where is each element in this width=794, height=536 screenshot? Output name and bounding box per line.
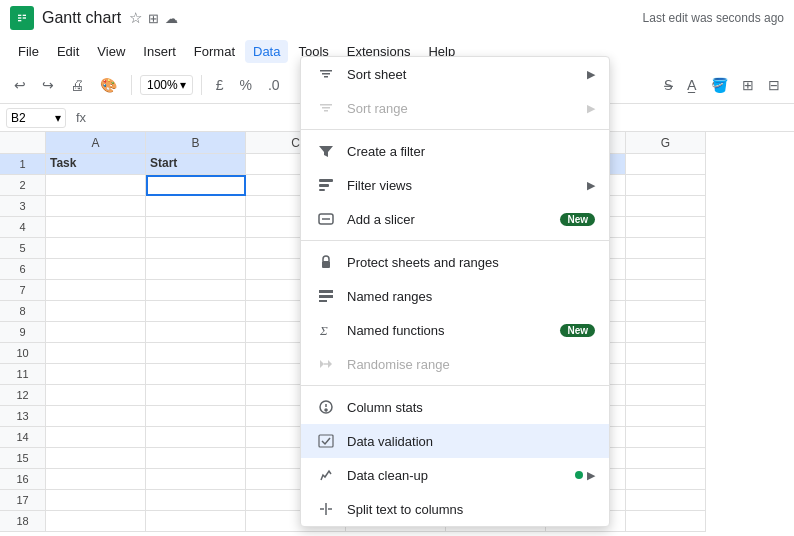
borders-button[interactable]: ⊞ (736, 73, 760, 97)
toolbar-right: S̶ A̲ 🪣 ⊞ ⊟ (658, 73, 786, 97)
data-cleanup-icon (315, 467, 337, 483)
named-ranges-label: Named ranges (347, 289, 595, 304)
cell-reference-box[interactable]: B2 ▾ (6, 108, 66, 128)
menu-view[interactable]: View (89, 40, 133, 63)
randomise-label: Randomise range (347, 357, 595, 372)
decimal-button[interactable]: .0 (262, 73, 286, 97)
merge-button[interactable]: ⊟ (762, 73, 786, 97)
svg-rect-7 (319, 184, 329, 187)
dropdown-sep-1 (301, 129, 609, 130)
cell-a1[interactable]: Task (46, 154, 146, 175)
svg-rect-1 (18, 15, 21, 16)
menu-split-text[interactable]: Split text to columns (301, 492, 609, 526)
data-validation-label: Data validation (347, 434, 595, 449)
cell-g1[interactable] (626, 154, 706, 175)
named-functions-icon: Σ (315, 322, 337, 338)
create-filter-label: Create a filter (347, 144, 595, 159)
column-stats-icon (315, 399, 337, 415)
randomise-icon (315, 356, 337, 372)
app-icon (10, 6, 34, 30)
menu-data-cleanup[interactable]: Data clean-up ▶ (301, 458, 609, 492)
corner-cell (0, 132, 46, 154)
menu-named-ranges[interactable]: Named ranges (301, 279, 609, 313)
menu-protect-sheets[interactable]: Protect sheets and ranges (301, 245, 609, 279)
cell-ref-chevron: ▾ (55, 111, 61, 125)
row-num-1: 1 (0, 154, 46, 175)
cell-g2[interactable] (626, 175, 706, 196)
data-menu-dropdown: Sort sheet ▶ Sort range ▶ Create a filte… (300, 56, 610, 527)
grid-icon[interactable]: ⊞ (148, 11, 159, 26)
menu-randomise: Randomise range (301, 347, 609, 381)
menu-add-slicer[interactable]: Add a slicer New (301, 202, 609, 236)
svg-rect-4 (23, 15, 26, 16)
doc-title: Gantt chart (42, 9, 121, 27)
named-ranges-icon (315, 288, 337, 304)
toolbar-sep-1 (131, 75, 132, 95)
sort-range-icon (315, 100, 337, 116)
currency-button[interactable]: £ (210, 73, 230, 97)
add-slicer-badge: New (560, 213, 595, 226)
zoom-selector[interactable]: 100% ▾ (140, 75, 193, 95)
cloud-icon[interactable]: ☁ (165, 11, 178, 26)
protect-sheets-label: Protect sheets and ranges (347, 255, 595, 270)
svg-rect-0 (16, 12, 28, 24)
last-edit-text: Last edit was seconds ago (643, 11, 784, 25)
svg-point-19 (325, 409, 327, 411)
svg-rect-2 (18, 17, 21, 18)
star-icon[interactable]: ☆ (129, 9, 142, 27)
menu-edit[interactable]: Edit (49, 40, 87, 63)
create-filter-icon (315, 143, 337, 159)
col-header-B[interactable]: B (146, 132, 246, 154)
sort-range-arrow: ▶ (587, 102, 595, 115)
svg-rect-14 (319, 300, 327, 302)
filter-views-label: Filter views (347, 178, 587, 193)
row-num-2: 2 (0, 175, 46, 196)
menu-data-validation[interactable]: Data validation (301, 424, 609, 458)
add-slicer-icon (315, 211, 337, 227)
print-button[interactable]: 🖨 (64, 73, 90, 97)
sort-range-label: Sort range (347, 101, 587, 116)
svg-rect-11 (322, 261, 330, 268)
sort-sheet-icon (315, 66, 337, 82)
col-header-A[interactable]: A (46, 132, 146, 154)
strikethrough-button[interactable]: S̶ (658, 73, 679, 97)
paint-format-button[interactable]: 🎨 (94, 73, 123, 97)
svg-rect-8 (319, 189, 325, 191)
col-header-G[interactable]: G (626, 132, 706, 154)
cell-b1[interactable]: Start (146, 154, 246, 175)
undo-button[interactable]: ↩ (8, 73, 32, 97)
zoom-value: 100% (147, 78, 178, 92)
zoom-chevron: ▾ (180, 78, 186, 92)
menu-file[interactable]: File (10, 40, 47, 63)
text-color-button[interactable]: A̲ (681, 73, 703, 97)
split-text-label: Split text to columns (347, 502, 595, 517)
menu-filter-views[interactable]: Filter views ▶ (301, 168, 609, 202)
data-cleanup-dot (575, 471, 583, 479)
svg-rect-3 (18, 20, 21, 21)
dropdown-sep-2 (301, 240, 609, 241)
svg-text:Σ: Σ (319, 323, 328, 338)
filter-views-icon (315, 177, 337, 193)
svg-rect-5 (23, 17, 26, 18)
menu-data[interactable]: Data (245, 40, 288, 63)
split-text-icon (315, 501, 337, 517)
named-functions-label: Named functions (347, 323, 554, 338)
menu-format[interactable]: Format (186, 40, 243, 63)
fill-color-button[interactable]: 🪣 (705, 73, 734, 97)
data-cleanup-arrow: ▶ (587, 469, 595, 482)
data-validation-icon (315, 433, 337, 449)
fx-label: fx (72, 110, 90, 125)
menu-create-filter[interactable]: Create a filter (301, 134, 609, 168)
menu-insert[interactable]: Insert (135, 40, 184, 63)
add-slicer-label: Add a slicer (347, 212, 554, 227)
menu-column-stats[interactable]: Column stats (301, 390, 609, 424)
menu-named-functions[interactable]: Σ Named functions New (301, 313, 609, 347)
sort-sheet-label: Sort sheet (347, 67, 587, 82)
cell-b2[interactable] (146, 175, 246, 196)
menu-sort-sheet[interactable]: Sort sheet ▶ (301, 57, 609, 91)
svg-rect-12 (319, 290, 333, 293)
cell-a2[interactable] (46, 175, 146, 196)
percent-button[interactable]: % (234, 73, 258, 97)
redo-button[interactable]: ↪ (36, 73, 60, 97)
column-stats-label: Column stats (347, 400, 595, 415)
